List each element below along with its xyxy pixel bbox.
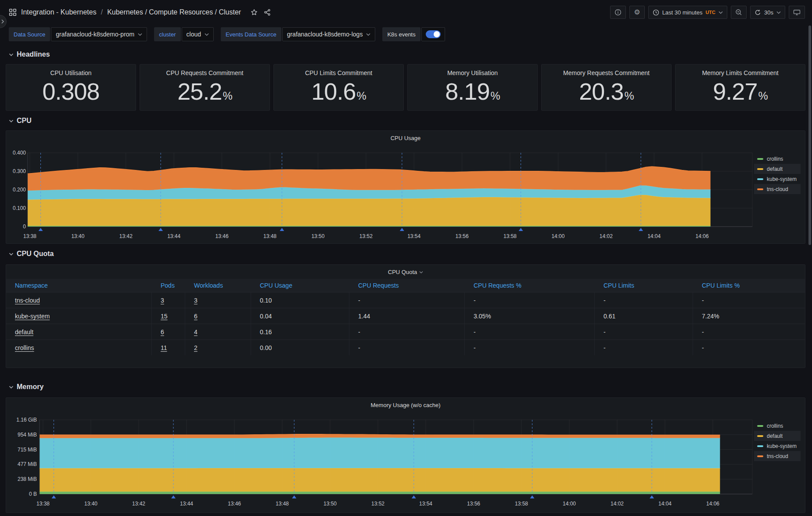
refresh-button[interactable]: 30s (750, 6, 785, 19)
refresh-icon (755, 9, 761, 16)
events-datasource-select[interactable]: grafanacloud-k8sdemo-logs (282, 27, 376, 41)
column-header[interactable]: Pods (152, 279, 185, 292)
cell-link[interactable]: 3 (161, 297, 164, 304)
table-cell: 15 (152, 308, 185, 324)
x-axis-tick-label: 14:00 (563, 501, 576, 507)
y-axis-tick-label: 0 B (29, 491, 37, 497)
x-axis-tick-label: 13:56 (467, 501, 480, 507)
share-icon[interactable] (264, 9, 271, 16)
annotation-marker[interactable] (412, 495, 416, 498)
legend-item-crollins[interactable]: crollins (754, 154, 801, 164)
column-header[interactable]: CPU Requests % (465, 279, 595, 292)
grid-icon[interactable] (9, 8, 17, 16)
breadcrumb-dashboard[interactable]: Kubernetes / Compute Resources / Cluster (107, 8, 241, 16)
table-cell: kube-system (6, 308, 152, 324)
zoom-out-button[interactable] (731, 6, 747, 19)
cell-link[interactable]: crollins (15, 344, 34, 351)
panel-title-memory-usage[interactable]: Memory Usage (w/o cache) (6, 402, 805, 408)
annotation-marker[interactable] (650, 495, 654, 498)
section-header-cpu-quota[interactable]: CPU Quota (6, 249, 805, 258)
legend-item-kube-system[interactable]: kube-system (754, 174, 801, 184)
panel-title-cpu-usage[interactable]: CPU Usage (6, 135, 805, 141)
cell-link[interactable]: 2 (194, 344, 198, 351)
cell-link[interactable]: 11 (161, 344, 167, 351)
annotation-marker[interactable] (158, 228, 163, 231)
x-axis-tick-label: 13:56 (456, 233, 469, 239)
legend-swatch (757, 168, 763, 170)
cell-link[interactable]: 15 (161, 313, 168, 320)
dashboard-body: Headlines CPU Utilisation0.308CPU Reques… (0, 50, 812, 513)
y-axis-tick-label: 954 MiB (18, 432, 37, 438)
x-axis-tick-label: 13:42 (119, 233, 133, 239)
table-cell: - (465, 324, 595, 339)
annotation-marker[interactable] (280, 228, 284, 231)
stat-title: Memory Requests Commitment (563, 69, 650, 76)
tv-icon (793, 9, 801, 16)
tv-mode-button[interactable] (789, 6, 805, 19)
column-header[interactable]: Workloads (185, 279, 251, 292)
chevron-down-icon (776, 11, 781, 14)
chevron-down-icon (9, 253, 14, 256)
annotation-marker[interactable] (530, 495, 535, 498)
star-icon[interactable] (251, 9, 258, 16)
cell-link[interactable]: 6 (161, 328, 164, 336)
column-header[interactable]: CPU Requests (349, 279, 465, 292)
column-header[interactable]: CPU Limits (595, 279, 693, 292)
x-axis-tick-label: 13:48 (276, 501, 289, 507)
dashboard-settings-button[interactable]: ⚙ (629, 6, 644, 19)
cell-link[interactable]: kube-system (15, 313, 50, 320)
section-header-memory[interactable]: Memory (6, 382, 805, 391)
dashboard-info-button[interactable] (610, 6, 626, 19)
legend-item-tns-cloud[interactable]: tns-cloud (754, 184, 801, 194)
annotation-marker[interactable] (292, 495, 296, 498)
k8s-events-toggle[interactable] (421, 27, 445, 41)
stat-value: 25.2% (177, 77, 232, 106)
annotation-marker[interactable] (639, 228, 643, 231)
legend-swatch (757, 188, 763, 190)
legend-item-kube-system[interactable]: kube-system (754, 441, 801, 451)
annotation-marker[interactable] (39, 228, 43, 231)
section-header-cpu[interactable]: CPU (6, 116, 805, 125)
legend-item-default[interactable]: default (754, 164, 801, 174)
column-header[interactable]: Namespace (6, 279, 152, 292)
annotation-marker[interactable] (519, 228, 523, 231)
table-cell: 4 (185, 324, 251, 339)
table-cell: - (595, 292, 693, 308)
cell-link[interactable]: default (15, 328, 33, 336)
annotation-marker[interactable] (52, 495, 56, 498)
legend-item-tns-cloud[interactable]: tns-cloud (754, 451, 801, 461)
panel-title-cpu-quota[interactable]: CPU Quota (6, 269, 805, 275)
legend-item-crollins[interactable]: crollins (754, 421, 801, 431)
datasource-select[interactable]: grafanacloud-k8sdemo-prom (51, 27, 147, 41)
section-header-headlines[interactable]: Headlines (6, 50, 805, 59)
cell-link[interactable]: 6 (194, 313, 198, 320)
variable-cluster: cluster cloud (154, 27, 214, 41)
stat-title: CPU Limits Commitment (305, 69, 372, 76)
scrollbar[interactable] (808, 25, 811, 245)
legend-item-default[interactable]: default (754, 431, 801, 441)
table-cell: 0.61 (595, 308, 693, 324)
grafana-dashboard: Integration - Kubernetes / Kubernetes / … (0, 0, 812, 516)
table-cell: crollins (6, 340, 152, 355)
table-header-row: NamespacePodsWorkloadsCPU UsageCPU Reque… (6, 279, 805, 292)
breadcrumb-folder[interactable]: Integration - Kubernetes (21, 8, 97, 16)
cell-link[interactable]: 4 (194, 328, 198, 336)
x-axis-tick-label: 13:40 (71, 233, 84, 239)
legend-swatch (757, 435, 763, 437)
annotation-marker[interactable] (400, 228, 404, 231)
series-area-default (28, 195, 711, 226)
column-header[interactable]: CPU Usage (251, 279, 349, 292)
column-header[interactable]: CPU Limits % (693, 279, 805, 292)
zoom-out-icon (735, 9, 742, 16)
x-axis-tick-label: 14:02 (600, 233, 613, 239)
cell-link[interactable]: tns-cloud (15, 297, 40, 304)
cell-link[interactable]: 3 (194, 297, 198, 304)
annotation-marker[interactable] (171, 495, 176, 498)
stat-title: Memory Limits Commitment (702, 69, 778, 76)
cluster-select[interactable]: cloud (182, 27, 214, 41)
table-cell: 0.16 (251, 324, 349, 339)
breadcrumb-separator: / (101, 8, 103, 16)
legend-label: tns-cloud (767, 186, 788, 192)
table-cell: 0.10 (251, 292, 349, 308)
time-range-picker[interactable]: Last 30 minutes UTC (648, 6, 727, 19)
